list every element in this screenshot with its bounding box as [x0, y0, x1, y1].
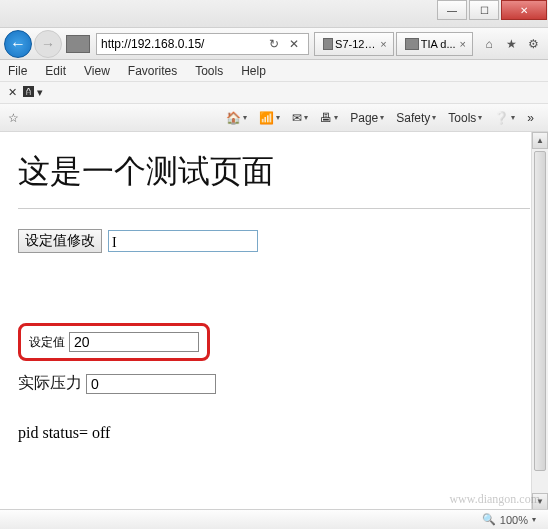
setpoint-highlight: 设定值: [18, 323, 210, 361]
back-button[interactable]: ←: [4, 30, 32, 58]
forward-button[interactable]: →: [34, 30, 62, 58]
tab-label: S7-1200 s...: [335, 38, 376, 50]
nav-tools: ⌂ ★ ⚙: [478, 35, 544, 53]
stop-icon[interactable]: ✕: [284, 37, 304, 51]
window-titlebar: — ☐ ✕: [0, 0, 548, 28]
overflow-icon[interactable]: »: [527, 111, 534, 125]
pressure-label: 实际压力: [18, 373, 82, 394]
divider: [18, 208, 530, 209]
page-title: 这是一个测试页面: [18, 150, 530, 194]
maximize-button[interactable]: ☐: [469, 0, 499, 20]
tab-close-icon[interactable]: ×: [460, 38, 466, 50]
tab-icon: [323, 38, 333, 50]
gear-icon[interactable]: ⚙: [524, 35, 542, 53]
url-input[interactable]: [101, 37, 264, 51]
page-menu[interactable]: Page▾: [350, 111, 384, 125]
setpoint-value-input[interactable]: [69, 332, 199, 352]
browser-tab[interactable]: S7-1200 s... ×: [314, 32, 394, 56]
tab-label: TIA d...: [421, 38, 456, 50]
zoom-control[interactable]: 🔍 100% ▾: [478, 513, 540, 526]
refresh-icon[interactable]: ↻: [264, 37, 284, 51]
tools-menu[interactable]: Tools▾: [448, 111, 482, 125]
modify-setpoint-button[interactable]: 设定值修改: [18, 229, 102, 253]
browser-tab[interactable]: TIA d... ×: [396, 32, 473, 56]
site-icon: [66, 35, 90, 53]
pid-status-line: pid status= off: [18, 424, 530, 442]
close-button[interactable]: ✕: [501, 0, 547, 20]
status-bar: 🔍 100% ▾: [0, 509, 548, 529]
setpoint-label: 设定值: [29, 334, 65, 351]
page-content: 这是一个测试页面 设定值修改 I 设定值 实际压力 pid status= of…: [0, 132, 548, 512]
scroll-thumb[interactable]: [534, 151, 546, 471]
zoom-dropdown-icon[interactable]: ▾: [532, 515, 536, 524]
address-bar[interactable]: ↻ ✕: [96, 33, 309, 55]
tab-icon: [405, 38, 419, 50]
command-bar: ☆ 🏠▾ 📶▾ ✉▾ 🖶▾ Page▾ Safety▾ Tools▾ ❔▾ »: [0, 104, 548, 132]
zoom-value: 100%: [500, 514, 528, 526]
menu-bar-2: ✕ 🅰 ▾: [0, 82, 548, 104]
pressure-value-input[interactable]: [86, 374, 216, 394]
convert-icon[interactable]: 🅰 ▾: [23, 86, 43, 99]
feeds-dropdown[interactable]: 📶▾: [259, 111, 280, 125]
tab-close-icon[interactable]: ×: [380, 38, 386, 50]
menu-help[interactable]: Help: [241, 64, 266, 78]
nav-bar: ← → ↻ ✕ S7-1200 s... × TIA d... × ⌂ ★ ⚙: [0, 28, 548, 60]
favorites-bar-icon[interactable]: ☆: [8, 111, 19, 125]
mail-dropdown[interactable]: ✉▾: [292, 111, 308, 125]
menu-bar: File Edit View Favorites Tools Help: [0, 60, 548, 82]
watermark: www.diangon.com: [449, 492, 540, 507]
modify-row: 设定值修改 I: [18, 229, 530, 253]
vertical-scrollbar[interactable]: ▲ ▼: [531, 132, 548, 510]
menu-edit[interactable]: Edit: [45, 64, 66, 78]
home-dropdown[interactable]: 🏠▾: [226, 111, 247, 125]
text-cursor-icon: I: [112, 235, 117, 251]
scroll-up-button[interactable]: ▲: [532, 132, 548, 149]
safety-menu[interactable]: Safety▾: [396, 111, 436, 125]
pressure-row: 实际压力: [18, 373, 530, 394]
menu-tools[interactable]: Tools: [195, 64, 223, 78]
print-dropdown[interactable]: 🖶▾: [320, 111, 338, 125]
home-icon[interactable]: ⌂: [480, 35, 498, 53]
favorites-icon[interactable]: ★: [502, 35, 520, 53]
x-icon[interactable]: ✕: [8, 86, 17, 99]
pid-status-value: off: [92, 424, 110, 441]
zoom-icon: 🔍: [482, 513, 496, 526]
minimize-button[interactable]: —: [437, 0, 467, 20]
menu-favorites[interactable]: Favorites: [128, 64, 177, 78]
help-icon[interactable]: ❔▾: [494, 111, 515, 125]
pid-status-label: pid status=: [18, 424, 88, 441]
menu-file[interactable]: File: [8, 64, 27, 78]
menu-view[interactable]: View: [84, 64, 110, 78]
modify-setpoint-input[interactable]: [108, 230, 258, 252]
